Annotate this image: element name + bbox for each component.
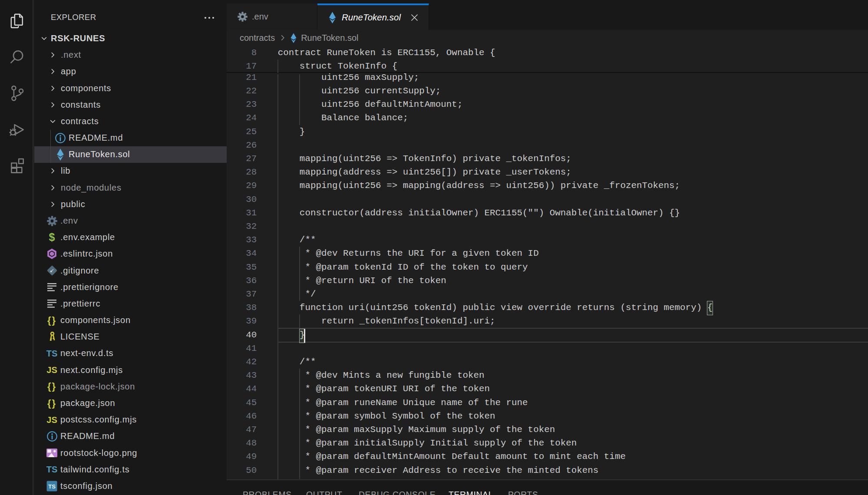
svg-text:TS: TS	[48, 483, 56, 490]
